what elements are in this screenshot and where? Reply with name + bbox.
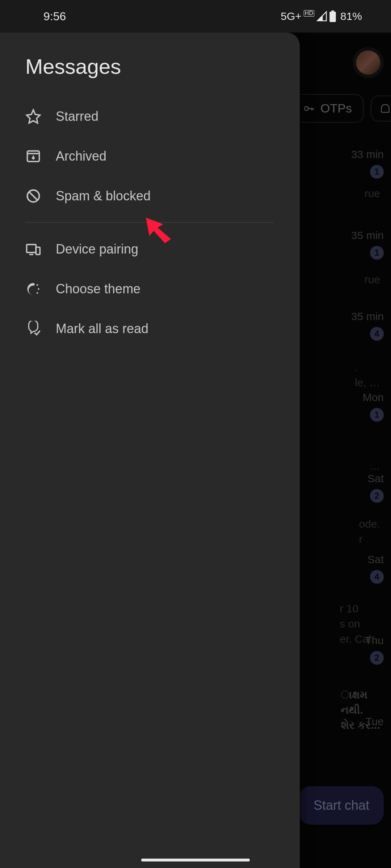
drawer-item-archived[interactable]: Archived (0, 136, 300, 176)
status-right-cluster: 5G+ HD 81% (281, 10, 362, 22)
hd-badge: HD (304, 10, 314, 17)
svg-point-8 (38, 288, 39, 290)
theme-icon (25, 281, 41, 297)
status-bar: 9:56 5G+ HD 81% (0, 0, 391, 33)
navigation-drawer: Messages Starred Archived Spam & blocked… (0, 33, 300, 868)
drawer-item-label: Choose theme (56, 281, 140, 297)
svg-point-9 (37, 292, 38, 294)
svg-rect-0 (331, 10, 334, 12)
svg-rect-6 (36, 247, 40, 255)
drawer-item-label: Spam & blocked (56, 188, 151, 204)
mark-read-icon (25, 321, 41, 337)
svg-rect-1 (329, 12, 336, 22)
drawer-item-label: Device pairing (56, 242, 138, 257)
drawer-item-choose-theme[interactable]: Choose theme (0, 269, 300, 309)
svg-point-7 (37, 284, 38, 286)
star-icon (25, 109, 41, 124)
navigation-handle[interactable] (141, 859, 250, 861)
svg-rect-5 (27, 244, 36, 252)
drawer-item-label: Archived (56, 149, 106, 164)
status-time: 9:56 (43, 10, 66, 23)
battery-percentage: 81% (340, 10, 362, 22)
drawer-item-label: Mark all as read (56, 321, 148, 336)
drawer-title: Messages (0, 54, 300, 97)
devices-icon (25, 241, 41, 257)
battery-icon (329, 10, 336, 22)
archive-icon (25, 148, 41, 164)
drawer-item-spam-blocked[interactable]: Spam & blocked (0, 176, 300, 216)
block-icon (25, 188, 41, 204)
drawer-item-starred[interactable]: Starred (0, 97, 300, 136)
signal-icon (316, 11, 327, 22)
drawer-item-mark-all-read[interactable]: Mark all as read (0, 309, 300, 349)
drawer-item-label: Starred (56, 109, 98, 124)
network-type: 5G+ (281, 10, 302, 22)
